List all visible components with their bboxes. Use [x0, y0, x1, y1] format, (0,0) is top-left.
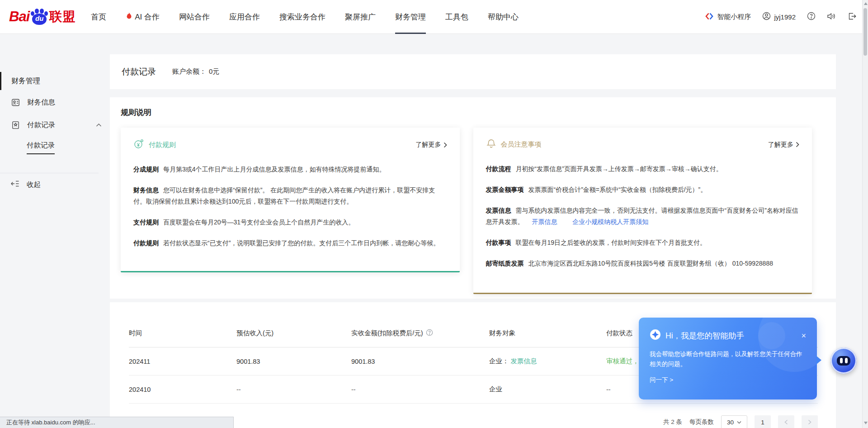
nav-item-app[interactable]: 应用合作	[229, 0, 260, 34]
rule-item-label: 付款规则	[133, 239, 159, 247]
nav-label: 网站合作	[179, 12, 210, 22]
mini-program-label: 智能小程序	[717, 13, 751, 21]
per-page-label: 每页条数	[689, 418, 714, 426]
top-navigation: Bai du 联盟 首页 AI 合作 网站合作 应用合作 搜索业务合作 聚屏推广…	[0, 0, 868, 34]
logo-text-du: du	[30, 14, 49, 22]
baidu-union-logo[interactable]: Bai du 联盟	[9, 7, 75, 26]
logout-button[interactable]	[848, 12, 856, 22]
vertical-scrollbar[interactable]	[862, 0, 868, 428]
page-title: 付款记录	[122, 66, 156, 78]
scroll-down-arrow-icon[interactable]	[864, 422, 868, 424]
column-header-time: 时间	[129, 329, 236, 338]
screen: Bai du 联盟 首页 AI 合作 网站合作 应用合作 搜索业务合作 聚屏推广…	[0, 0, 868, 428]
sound-button[interactable]	[827, 12, 836, 22]
nav-label: 聚屏推广	[345, 12, 376, 22]
member-notes-header: 会员注意事项 了解更多	[486, 138, 800, 151]
rule-boxes: 付款规则 了解更多 分成规则每月第3或4个工作日产出上月分成信息及发票信息，如有…	[121, 128, 836, 294]
chevron-down-icon	[737, 421, 741, 424]
mini-program-entry[interactable]: 智能小程序	[705, 12, 751, 22]
nav-right-tools: 智能小程序 jyj1992	[705, 12, 856, 22]
cell-finance-object: 企业： 发票信息	[489, 357, 606, 366]
page-number-button[interactable]: 1	[755, 415, 771, 428]
nav-item-home[interactable]: 首页	[91, 0, 106, 34]
help-button[interactable]	[807, 12, 816, 22]
rule-item: 邮寄纸质发票北京市海淀区西北旺东路10号院百度科技园5号楼 百度联盟财务组（收）…	[486, 258, 800, 269]
rule-item-label: 邮寄纸质发票	[486, 260, 524, 267]
ask-now-link[interactable]: 问一下 >	[650, 376, 806, 384]
cell-time: 202411	[129, 358, 236, 365]
column-header-estimated: 预估收入(元)	[236, 329, 351, 338]
nav-label: 搜索业务合作	[279, 12, 326, 22]
nav-item-search-business[interactable]: 搜索业务合作	[279, 0, 326, 34]
flame-icon	[126, 12, 132, 22]
rule-item-text: 每月第3或4个工作日产出上月分成信息及发票信息，如有特殊情况将提前通知。	[163, 166, 386, 173]
account-balance: 账户余额：0元	[172, 67, 219, 76]
invoice-info-link[interactable]: 开票信息	[532, 218, 557, 225]
rule-item: 付款规则若付款状态显示“已支付”，说明联盟已安排了您的付款。支付后三个工作日内到…	[133, 238, 447, 249]
rule-item: 发票金额事项发票票面“价税合计”金额=系统中“实收金额（扣除税费后/元）”。	[486, 184, 800, 195]
sidebar-item-finance-info[interactable]: 财务信息	[11, 95, 102, 109]
rule-item-label: 财务信息	[133, 186, 159, 194]
rule-item: 发票信息需与系统内发票信息内容完全一致，否则无法支付。请根据发票信息页面中“百度…	[486, 205, 800, 228]
nav-item-website[interactable]: 网站合作	[179, 0, 210, 34]
sidebar-item-label: 财务信息	[27, 98, 55, 107]
help-circle-icon[interactable]	[426, 329, 433, 338]
payment-record-icon	[11, 121, 20, 129]
user-icon	[762, 12, 771, 22]
nav-item-toolkit[interactable]: 工具包	[445, 0, 468, 34]
page-size-select[interactable]: 30	[721, 415, 747, 428]
assistant-message: 我会帮助您诊断合作链路问题，以及解答您关于任何合作相关的问题。	[650, 349, 806, 370]
rule-item: 付款流程月初按“发票信息”页面开具发票→上传发票→邮寄发票→审核→确认支付。	[486, 163, 800, 175]
sidebar-subitem-payment-records[interactable]: 付款记录	[27, 141, 55, 154]
rule-item-label: 付款事项	[486, 239, 511, 246]
small-taxpayer-notice-link[interactable]: 企业小规模纳税人开票须知	[572, 218, 648, 225]
rule-item-text: 发票票面“价税合计”金额=系统中“实收金额（扣除税费后/元）”。	[528, 186, 707, 193]
payment-rules-more-link[interactable]: 了解更多	[416, 141, 447, 149]
sidebar-section-finance[interactable]: 财务管理	[0, 71, 110, 91]
collapse-icon	[11, 180, 19, 189]
sidebar-divider	[0, 173, 99, 173]
sidebar-subitem-label: 付款记录	[27, 141, 55, 154]
next-page-button[interactable]	[802, 415, 818, 428]
notice-icon	[486, 138, 496, 151]
invoice-info-cell-link[interactable]: 发票信息	[511, 357, 537, 365]
nav-label: 首页	[91, 12, 106, 22]
nav-item-ai[interactable]: AI 合作	[126, 0, 160, 34]
nav-item-help-center[interactable]: 帮助中心	[488, 0, 519, 34]
rule-item: 支付规则百度联盟会在每月20号—31号支付企业会员上个自然月产生的收入。	[133, 217, 447, 228]
prev-page-button[interactable]	[778, 415, 794, 428]
payment-rules-title: 付款规则	[149, 141, 176, 149]
balance-label: 账户余额：	[172, 67, 206, 75]
rule-item-text: 联盟在每月19日之后签收的发票，付款时间安排在下个月首批支付。	[516, 239, 707, 246]
scroll-up-arrow-icon[interactable]	[864, 2, 868, 5]
close-icon[interactable]: ×	[801, 332, 806, 340]
chevron-up-icon[interactable]	[96, 123, 102, 127]
rule-item-text: 北京市海淀区西北旺东路10号院百度科技园5号楼 百度联盟财务组（收） 010-5…	[528, 260, 773, 267]
logo-text-bai: Bai	[9, 9, 29, 25]
rule-item-text: 月初按“发票信息”页面开具发票→上传发票→邮寄发票→审核→确认支付。	[516, 165, 722, 172]
nav-item-screen-promo[interactable]: 聚屏推广	[345, 0, 376, 34]
status-text: 正在等待 xlab.baidu.com 的响应...	[6, 418, 95, 427]
rule-item-label: 支付规则	[133, 219, 159, 226]
browser-status-bar: 正在等待 xlab.baidu.com 的响应...	[0, 417, 234, 428]
username: jyj1992	[774, 13, 796, 21]
collapse-label: 收起	[27, 180, 41, 190]
member-notes-more-link[interactable]: 了解更多	[768, 141, 799, 149]
assistant-robot-avatar[interactable]	[830, 347, 857, 374]
payment-rules-header: 付款规则 了解更多	[133, 138, 447, 151]
cell-actual: --	[351, 386, 489, 393]
sidebar-item-payment-records[interactable]: 付款记录	[11, 118, 102, 132]
cell-actual: 9001.83	[351, 358, 489, 365]
nav-item-finance[interactable]: 财务管理	[395, 0, 426, 34]
rule-item-label: 分成规则	[133, 166, 159, 173]
user-account[interactable]: jyj1992	[762, 12, 796, 22]
cell-estimated: --	[236, 386, 351, 393]
finance-object-label: 企业：	[489, 357, 509, 365]
scrollbar-thumb[interactable]	[863, 8, 867, 56]
rule-item: 分成规则每月第3或4个工作日产出上月分成信息及发票信息，如有特殊情况将提前通知。	[133, 164, 447, 175]
cell-estimated: 9001.83	[236, 358, 351, 365]
rule-item-label: 发票信息	[486, 207, 511, 214]
column-header-actual: 实收金额(扣除税费后/元)	[351, 329, 489, 338]
nav-label: 财务管理	[395, 12, 426, 22]
sidebar-collapse-button[interactable]: 收起	[11, 178, 41, 191]
